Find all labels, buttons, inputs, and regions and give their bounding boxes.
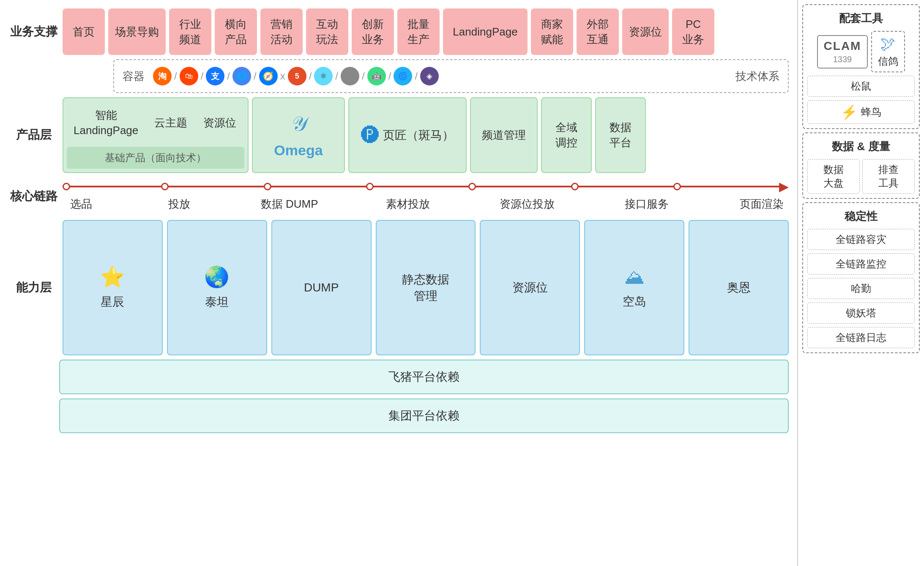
android-icon: 🤖: [367, 67, 386, 85]
cap-dump: DUMP: [271, 220, 372, 355]
yejian-label: 页匠（斑马）: [383, 127, 454, 143]
safari-icon: 🧭: [259, 67, 278, 85]
full-chain-monitor: 全链路监控: [807, 253, 915, 275]
step-5: 接口服务: [621, 197, 672, 212]
static-data-label: 静态数据管理: [402, 271, 449, 304]
fengbao-item: ⚡ 蜂鸟: [807, 100, 915, 124]
biz-card-6: 创新 业务: [352, 8, 394, 55]
xinge-label: 信鸽: [878, 55, 898, 68]
product-label: 产品层: [8, 97, 59, 173]
channel-mgmt-card: 频道管理: [470, 97, 538, 173]
alipay-icon: 支: [206, 67, 224, 85]
biz-card-4: 营销 活动: [260, 8, 303, 55]
sidebar: 配套工具 CLAM 1339 🕊 信鸽 松鼠 ⚡ 蜂鸟 数据 & 度量 数据 大…: [797, 0, 924, 566]
core-path-label: 核心链路: [8, 188, 59, 204]
global-control-card: 全域 调控: [541, 97, 592, 173]
apple-icon: [341, 67, 359, 85]
cap-xingchen: ⭐ 星辰: [63, 220, 163, 355]
business-label: 业务支撑: [8, 24, 59, 40]
step-1: 投放: [162, 197, 196, 212]
step-3: 素材投放: [383, 197, 433, 212]
full-chain-dr: 全链路容灾: [807, 229, 915, 250]
base-product-label: 基础产品（面向技术）: [67, 147, 244, 169]
xinge-logo: 🕊 信鸽: [871, 31, 905, 72]
biz-card-9: 商家 赋能: [531, 8, 573, 55]
biz-card-0: 首页: [63, 8, 105, 55]
fengbao-label: 蜂鸟: [861, 105, 881, 119]
resource-label: 资源位: [512, 280, 548, 296]
dingtalk-icon: 🌀: [394, 67, 412, 85]
full-chain-log: 全链路日志: [807, 327, 915, 348]
tools-title: 配套工具: [807, 9, 915, 27]
biz-card-12: PC 业务: [672, 8, 714, 55]
base-product-group: 智能 LandingPage 云主题 资源位 基础产品（面向技术）: [63, 97, 249, 173]
container-label: 容器: [123, 69, 145, 84]
container-row: 容器 淘 / 🛍 / 支 / 🌐: [113, 59, 789, 93]
step-0: 选品: [64, 197, 98, 212]
taobao2-icon: 🛍: [180, 67, 198, 85]
suoyao-item: 锁妖塔: [807, 302, 915, 324]
xingchen-label: 星辰: [101, 294, 124, 310]
yejian-icon: 🅟: [361, 122, 380, 148]
stability-title: 稳定性: [807, 207, 915, 225]
yejian-card: 🅟 页匠（斑马）: [348, 97, 467, 173]
kongdao-label: 空岛: [623, 294, 646, 310]
cap-taitan: 🌏 泰坦: [167, 220, 267, 355]
cap-static-data: 静态数据管理: [376, 220, 476, 355]
biz-card-5: 互动 玩法: [306, 8, 348, 55]
taitan-label: 泰坦: [205, 294, 229, 310]
biz-card-2: 行业 频道: [169, 8, 211, 55]
xinge-icon: 🕊: [880, 35, 896, 53]
product-yuntheme: 云主题: [148, 102, 194, 144]
biz-card-8: LandingPage: [443, 8, 528, 55]
clam-sub: 1339: [833, 55, 852, 64]
aoen-label: 奥恩: [727, 280, 751, 296]
fengbao-icon: ⚡: [841, 104, 858, 120]
product-lp: 智能 LandingPage: [67, 102, 145, 144]
tech-system-label: 技术体系: [735, 69, 779, 84]
sort-tool-item: 排查 工具: [862, 159, 915, 194]
biz-card-11: 资源位: [622, 8, 669, 55]
chrome-icon: 🌐: [232, 67, 251, 85]
stability-section: 稳定性 全链路容灾 全链路监控 哈勤 锁妖塔 全链路日志: [802, 202, 920, 353]
step-6: 页面渲染: [736, 197, 787, 212]
path-arrow: ▶: [779, 179, 789, 194]
clam-logo: CLAM 1339: [817, 35, 868, 69]
data-title: 数据 & 度量: [807, 137, 915, 156]
step-2: 数据 DUMP: [261, 197, 318, 212]
data-platform-card: 数据 平台: [595, 97, 646, 173]
dump-label: DUMP: [304, 281, 339, 294]
omega-label: Omega: [274, 140, 323, 161]
step-4: 资源位投放: [498, 197, 557, 212]
data-panel-item: 数据 大盘: [807, 159, 860, 194]
jituanpf-row: 集团平台依赖: [59, 398, 789, 433]
cap-kongdao: ⛰ 空岛: [584, 220, 684, 355]
tools-section: 配套工具 CLAM 1339 🕊 信鸽 松鼠 ⚡ 蜂鸟: [802, 4, 920, 129]
omega-icon: 𝒴: [291, 110, 306, 138]
biz-card-7: 批量 生产: [397, 8, 440, 55]
react-icon: ⚛: [314, 67, 333, 85]
other-icon: ◈: [420, 67, 439, 85]
cap-aoen: 奥恩: [689, 220, 789, 355]
product-resource: 资源位: [197, 102, 243, 144]
clam-text: CLAM: [824, 39, 861, 53]
biz-card-3: 横向 产品: [215, 8, 257, 55]
hajin-item: 哈勤: [807, 278, 915, 299]
kongdao-icon: ⛰: [624, 265, 645, 288]
biz-card-10: 外部 互通: [577, 8, 619, 55]
biz-card-1: 场景导购: [108, 8, 166, 55]
taobao-icon: 淘: [153, 67, 172, 85]
taitan-icon: 🌏: [204, 265, 230, 289]
container-icons: 淘 / 🛍 / 支 / 🌐 / 🧭: [153, 67, 439, 85]
html5-icon: 5: [288, 67, 306, 85]
squirrel-item: 松鼠: [807, 76, 915, 97]
xingchen-icon: ⭐: [100, 265, 125, 289]
feizhupf-row: 飞猪平台依赖: [59, 360, 789, 394]
omega-card: 𝒴 Omega: [252, 97, 345, 173]
capability-label: 能力层: [8, 220, 59, 355]
cap-resource: 资源位: [480, 220, 580, 355]
data-section: 数据 & 度量 数据 大盘 排查 工具: [802, 132, 920, 199]
